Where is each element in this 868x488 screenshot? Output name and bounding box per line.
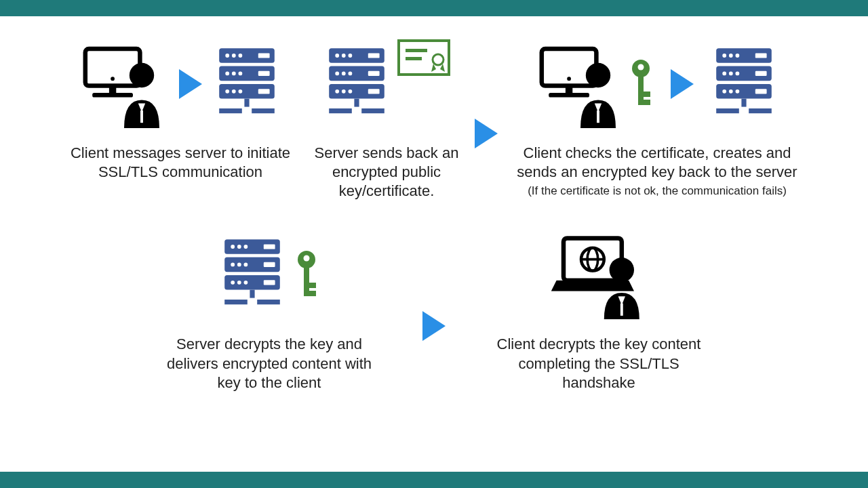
svg-point-4 [130, 63, 154, 87]
server-icon [323, 43, 391, 125]
svg-rect-38 [368, 89, 380, 94]
svg-rect-56 [644, 100, 650, 105]
svg-point-10 [232, 54, 236, 58]
svg-rect-2 [92, 93, 133, 98]
step-3-caption: Client checks the certificate, creates a… [515, 144, 800, 182]
svg-rect-96 [309, 283, 316, 288]
svg-point-80 [244, 245, 248, 249]
client-laptop-globe-icon [545, 231, 653, 319]
svg-rect-21 [244, 99, 249, 107]
svg-rect-81 [264, 245, 275, 249]
svg-rect-90 [250, 290, 254, 298]
diagram-stage: Client messages server to initiate SSL/T… [0, 16, 868, 472]
svg-point-87 [237, 281, 241, 285]
step-4: Server decrypts the key and delivers enc… [161, 228, 378, 392]
step-2: Server sends back an encrypted public ke… [305, 37, 468, 201]
svg-point-28 [342, 54, 346, 58]
svg-point-33 [349, 72, 353, 76]
svg-point-50 [586, 63, 610, 87]
step-3: Client checks the certificate, creates a… [505, 37, 810, 198]
svg-point-68 [722, 89, 726, 94]
svg-point-31 [335, 72, 339, 76]
svg-rect-72 [741, 99, 746, 107]
row-1: Client messages server to initiate SSL/T… [20, 37, 848, 201]
svg-rect-51 [597, 110, 599, 123]
svg-rect-40 [329, 108, 352, 113]
svg-rect-91 [224, 300, 248, 304]
svg-rect-48 [549, 93, 589, 98]
svg-point-83 [237, 263, 241, 267]
svg-point-61 [729, 54, 733, 58]
svg-rect-74 [749, 108, 772, 113]
svg-point-86 [231, 281, 235, 285]
key-icon [293, 249, 320, 302]
svg-point-69 [729, 89, 733, 94]
svg-rect-1 [109, 86, 116, 93]
key-icon [627, 58, 654, 110]
svg-rect-97 [309, 291, 316, 296]
step-4-caption: Server decrypts the key and delivers enc… [161, 335, 378, 392]
svg-rect-89 [264, 281, 275, 285]
svg-point-79 [237, 245, 241, 249]
client-user-icon [80, 40, 168, 128]
svg-rect-54 [638, 75, 644, 105]
svg-point-94 [304, 256, 310, 262]
svg-point-9 [225, 54, 229, 58]
svg-rect-55 [644, 92, 650, 97]
svg-point-49 [567, 77, 571, 81]
step-1: Client messages server to initiate SSL/T… [58, 37, 302, 182]
svg-point-15 [239, 72, 243, 76]
svg-rect-67 [755, 71, 767, 76]
arrow-icon [671, 69, 694, 99]
svg-point-18 [232, 89, 236, 94]
arrow-icon [179, 69, 202, 99]
svg-rect-20 [258, 89, 270, 94]
row-2: Server decrypts the key and delivers enc… [20, 228, 848, 392]
svg-point-32 [342, 72, 346, 76]
svg-point-84 [244, 263, 248, 267]
svg-point-70 [736, 89, 740, 94]
svg-point-14 [232, 72, 236, 76]
svg-point-17 [225, 89, 229, 94]
svg-rect-22 [219, 108, 242, 113]
svg-point-36 [342, 89, 346, 94]
svg-rect-85 [264, 262, 275, 267]
server-icon [213, 43, 281, 125]
step-3-subcaption: (If the certificate is not ok, the commu… [528, 184, 787, 198]
step-2-caption: Server sends back an encrypted public ke… [305, 144, 468, 201]
certificate-icon [397, 39, 450, 79]
svg-rect-16 [258, 71, 270, 76]
svg-rect-103 [620, 304, 623, 316]
svg-rect-43 [406, 49, 427, 52]
arrow-icon [475, 119, 498, 148]
svg-point-102 [610, 258, 634, 282]
svg-point-3 [111, 77, 115, 81]
svg-rect-73 [716, 108, 739, 113]
step-1-caption: Client messages server to initiate SSL/T… [58, 144, 302, 182]
svg-point-37 [349, 89, 353, 94]
step-5-caption: Client decrypts the key content completi… [490, 335, 707, 392]
svg-rect-63 [755, 53, 767, 58]
svg-point-11 [239, 54, 243, 58]
svg-rect-39 [354, 99, 359, 107]
svg-rect-47 [566, 86, 572, 93]
svg-point-65 [729, 72, 733, 76]
svg-point-53 [638, 64, 644, 70]
svg-point-45 [433, 54, 443, 65]
svg-point-88 [244, 281, 248, 285]
svg-point-27 [335, 54, 339, 58]
svg-point-19 [239, 89, 243, 94]
svg-rect-5 [140, 110, 143, 123]
arrow-icon [422, 311, 446, 341]
svg-rect-95 [304, 266, 309, 296]
server-icon [710, 43, 778, 125]
bottom-bar [0, 472, 868, 488]
svg-point-82 [231, 263, 235, 267]
svg-rect-44 [406, 57, 422, 60]
step-5: Client decrypts the key content completi… [490, 228, 707, 392]
svg-point-78 [231, 245, 235, 249]
svg-rect-34 [368, 71, 380, 76]
svg-rect-71 [755, 89, 767, 94]
svg-rect-23 [252, 108, 275, 113]
svg-rect-30 [368, 53, 380, 58]
